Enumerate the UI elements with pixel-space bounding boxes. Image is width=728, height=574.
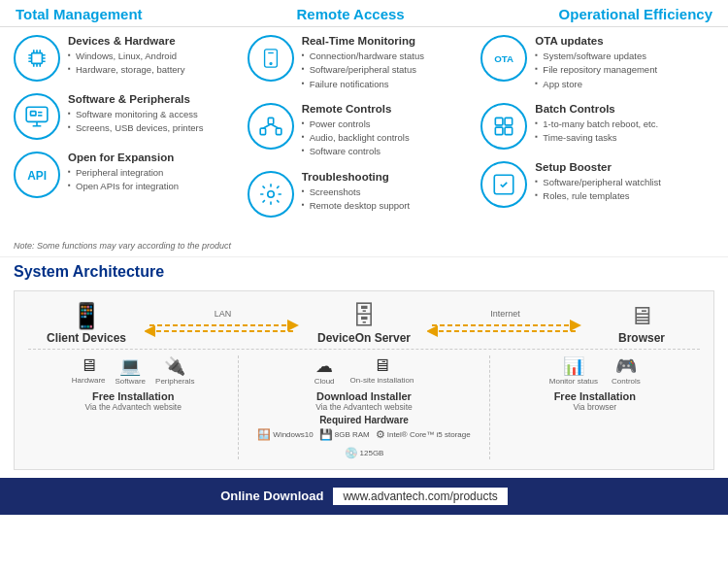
feature-text: Batch Controls 1-to-many batch reboot, e… (535, 103, 658, 146)
svg-rect-9 (260, 128, 265, 135)
win10-label: Windows10 (273, 430, 313, 439)
svg-rect-2 (31, 112, 36, 116)
svg-line-12 (263, 124, 271, 128)
browser-install-label: Free Installation (554, 390, 636, 402)
svg-rect-19 (505, 127, 513, 135)
req-hw-label: Required Hardware (319, 415, 409, 425)
feature-title: Software & Peripherals (68, 93, 203, 105)
bullet: Software/peripheral watchlist (535, 176, 660, 189)
feature-text: Real-Time Monitoring Connection/hardware… (302, 35, 424, 91)
bullet: Remote desktop support (302, 199, 411, 213)
server-sub: ☁ Cloud 🖥 On-site installation Download … (239, 355, 489, 459)
footer-url: www.advantech.com/products (333, 488, 507, 505)
req-win10: 🪟 Windows10 (257, 428, 313, 441)
server-sub-icons: ☁ Cloud 🖥 On-site installation (314, 355, 414, 386)
onsite-label: On-site installation (350, 376, 414, 385)
lan-arrow (145, 320, 301, 337)
req-hw-items: 🪟 Windows10 💾 8GB RAM ⚙ Intel® Core™ i5 … (245, 428, 482, 459)
svg-rect-17 (505, 118, 513, 125)
ram-label: 8GB RAM (335, 430, 370, 439)
peripherals-icon: 🔌 (164, 355, 185, 377)
feature-text: Devices & Hardware Windows, Linux, Andro… (68, 35, 184, 78)
feature-item-batch-controls: Batch Controls 1-to-many batch reboot, e… (480, 103, 714, 150)
svg-rect-11 (276, 128, 281, 135)
svg-point-14 (267, 190, 274, 197)
svg-point-8 (270, 63, 272, 65)
architecture-section: System Architecture 📱 Client Devices LAN (0, 256, 728, 470)
footer-label: Online Download (220, 489, 323, 503)
feature-title: Setup Booster (535, 161, 660, 173)
bullet: Failure notifications (302, 78, 424, 91)
feature-title: Remote Controls (302, 103, 410, 115)
svg-rect-10 (268, 118, 273, 124)
client-hardware-item: 🖥 Hardware (72, 355, 106, 386)
col-header-2: Operational Efficiency (559, 6, 712, 22)
server-node: 🗄 DeviceOn Server (301, 301, 427, 345)
feature-text: Remote Controls Power controlsAudio, bac… (302, 103, 410, 159)
column-headers: Total Management Remote Access Operation… (0, 0, 728, 27)
bullet: App store (535, 78, 657, 91)
client-install-sub: Via the Advantech website (84, 402, 182, 412)
network-icon (248, 103, 294, 150)
feature-text: Software & Peripherals Software monitori… (68, 93, 203, 136)
req-ram: 💾 8GB RAM (319, 428, 370, 441)
peripherals-label: Peripherals (155, 377, 194, 386)
bullet: File repository management (535, 63, 657, 77)
svg-text:API: API (27, 169, 47, 183)
onsite-icon: 🖥 (373, 355, 390, 376)
hardware-icon: 🖥 (80, 355, 97, 376)
feature-title: Devices & Hardware (68, 35, 184, 47)
browser-sub: 📊 Monitor status 🎮 Controls Free Install… (490, 355, 700, 459)
batch-icon (480, 103, 527, 150)
feature-text: Troubleshooting ScreenshotsRemote deskto… (302, 171, 411, 214)
feature-bullets: Power controlsAudio, backlight controlsS… (302, 118, 410, 159)
cloud-label: Cloud (314, 377, 335, 386)
feature-bullets: Peripheral integrationOpen APIs for inte… (68, 166, 179, 194)
browser-node: 🖥 Browser (583, 301, 700, 345)
phone-icon (248, 35, 294, 82)
bullet: 1-to-many batch reboot, etc. (535, 118, 658, 131)
note-text: Note: Some functions may vary according … (0, 237, 728, 256)
feature-item-real-time-monitoring: Real-Time Monitoring Connection/hardware… (248, 35, 481, 91)
internet-label: Internet (490, 309, 520, 319)
setup-icon (480, 161, 527, 208)
client-icon: 📱 (71, 301, 102, 331)
features-section: Total Management Remote Access Operation… (0, 0, 728, 256)
monitor-status-icon: 📊 (563, 355, 584, 377)
browser-icon: 🖥 (629, 301, 654, 331)
storage-label: 125GB (360, 449, 384, 457)
bullet: Roles, rule templates (535, 189, 660, 203)
client-label: Client Devices (47, 331, 126, 345)
footer-bar: Online Download www.advantech.com/produc… (0, 478, 728, 515)
feature-bullets: System/software updatesFile repository m… (535, 50, 657, 91)
client-install-label: Free Installation (92, 390, 174, 402)
browser-label: Browser (618, 331, 665, 345)
feature-item-software-&-peripherals: Software & Peripherals Software monitori… (14, 93, 248, 140)
feature-title: Batch Controls (535, 103, 658, 115)
bullet: Power controls (302, 118, 410, 131)
feature-title: OTA updates (535, 35, 657, 47)
client-sub-icons: 🖥 Hardware 💻 Software 🔌 Peripherals (72, 355, 195, 386)
cpu-label: Intel® Core™ i5 storage (387, 430, 471, 439)
hardware-label: Hardware (72, 376, 106, 385)
feature-title: Real-Time Monitoring (302, 35, 424, 47)
feature-bullets: Windows, Linux, AndroidHardware, storage… (68, 50, 184, 78)
client-software-item: 💻 Software (116, 355, 147, 386)
storage-icon: 💿 (345, 447, 358, 459)
feature-bullets: Software monitoring & accessScreens, USB… (68, 108, 203, 136)
features-grid: Devices & Hardware Windows, Linux, Andro… (0, 27, 728, 237)
feature-item-remote-controls: Remote Controls Power controlsAudio, bac… (248, 103, 481, 159)
bullet: Software controls (302, 145, 410, 158)
ota-icon: OTA (480, 35, 527, 82)
bullet: Audio, backlight controls (302, 131, 410, 145)
browser-install-sub: Via browser (573, 402, 616, 412)
feature-item-ota-updates: OTA OTA updates System/software updatesF… (480, 35, 714, 91)
cloud-item: ☁ Cloud (314, 355, 335, 386)
win10-icon: 🪟 (257, 428, 271, 441)
feature-item-devices-&-hardware: Devices & Hardware Windows, Linux, Andro… (14, 35, 248, 82)
bullet: Screenshots (302, 186, 411, 199)
svg-line-13 (271, 124, 279, 128)
software-icon: 💻 (119, 355, 141, 377)
client-sub: 🖥 Hardware 💻 Software 🔌 Peripherals Free… (28, 355, 239, 459)
col-header-1: Remote Access (297, 6, 405, 22)
